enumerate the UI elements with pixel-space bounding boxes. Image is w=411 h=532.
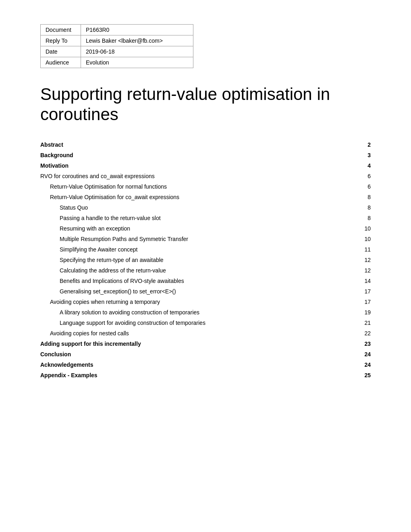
- toc-page-number: 24: [359, 351, 371, 357]
- toc-page-number: 17: [359, 299, 371, 305]
- main-title: Supporting return-value optimisation in …: [40, 84, 371, 125]
- doc-info-table: DocumentP1663R0Reply ToLewis Baker <lbak…: [40, 24, 193, 68]
- toc-label: Return-Value Optimisation for co_await e…: [40, 194, 359, 200]
- toc-item: Avoiding copies for nested calls22: [40, 328, 371, 339]
- toc-page-number: 2: [359, 141, 371, 148]
- toc-label: Avoiding copies for nested calls: [40, 330, 359, 337]
- toc-item: Benefits and Implications of RVO-style a…: [40, 276, 371, 286]
- toc-page-number: 11: [359, 246, 371, 253]
- toc-label: A library solution to avoiding construct…: [40, 309, 359, 316]
- toc-label: Passing a handle to the return-value slo…: [40, 215, 359, 221]
- toc-label: Motivation: [40, 162, 359, 169]
- toc-page-number: 8: [359, 194, 371, 200]
- toc-item: Passing a handle to the return-value slo…: [40, 213, 371, 223]
- toc-item: Language support for avoiding constructi…: [40, 318, 371, 328]
- toc-label: Generalising set_exception() to set_erro…: [40, 288, 359, 295]
- toc-item: Multiple Resumption Paths and Symmetric …: [40, 234, 371, 244]
- toc-item: Background3: [40, 150, 371, 160]
- toc-page-number: 6: [359, 183, 371, 190]
- toc-page-number: 17: [359, 288, 371, 295]
- toc-label: Abstract: [40, 141, 359, 148]
- toc-label: RVO for coroutines and co_await expressi…: [40, 173, 359, 179]
- doc-value: 2019-06-18: [81, 46, 193, 57]
- toc-label: Benefits and Implications of RVO-style a…: [40, 278, 359, 284]
- toc-label: Simplifying the Awaiter concept: [40, 246, 359, 253]
- toc-page-number: 24: [359, 362, 371, 368]
- toc-page-number: 12: [359, 267, 371, 274]
- doc-value: P1663R0: [81, 25, 193, 35]
- toc-label: Avoiding copies when returning a tempora…: [40, 299, 359, 305]
- toc-label: Multiple Resumption Paths and Symmetric …: [40, 236, 359, 242]
- toc-label: Acknowledgements: [40, 362, 359, 368]
- toc-page-number: 19: [359, 309, 371, 316]
- toc-label: Specifying the return-type of an awaitab…: [40, 257, 359, 263]
- toc-item: Avoiding copies when returning a tempora…: [40, 297, 371, 307]
- toc-item: Return-Value Optimisation for normal fun…: [40, 181, 371, 192]
- toc-label: Adding support for this incrementally: [40, 341, 359, 347]
- doc-value: Lewis Baker <lbaker@fb.com>: [81, 35, 193, 46]
- toc-page-number: 12: [359, 257, 371, 263]
- doc-label: Document: [41, 25, 81, 35]
- doc-value: Evolution: [81, 57, 193, 68]
- toc-page-number: 8: [359, 215, 371, 221]
- toc-page-number: 14: [359, 278, 371, 284]
- toc-item: Specifying the return-type of an awaitab…: [40, 255, 371, 265]
- toc-item: Conclusion24: [40, 349, 371, 360]
- toc-item: A library solution to avoiding construct…: [40, 307, 371, 318]
- toc-item: Appendix - Examples25: [40, 370, 371, 380]
- doc-label: Date: [41, 46, 81, 57]
- toc-item: Generalising set_exception() to set_erro…: [40, 286, 371, 297]
- toc-page-number: 8: [359, 204, 371, 211]
- toc-page-number: 21: [359, 320, 371, 326]
- toc-page-number: 22: [359, 330, 371, 337]
- toc-label: Background: [40, 152, 359, 158]
- toc-item: Adding support for this incrementally23: [40, 339, 371, 349]
- toc-item: Acknowledgements24: [40, 360, 371, 370]
- toc-page-number: 23: [359, 341, 371, 347]
- toc-page-number: 10: [359, 225, 371, 232]
- toc-item: Return-Value Optimisation for co_await e…: [40, 192, 371, 202]
- toc-page-number: 3: [359, 152, 371, 158]
- toc-page-number: 6: [359, 173, 371, 179]
- toc-item: Status Quo8: [40, 202, 371, 213]
- toc-page-number: 25: [359, 372, 371, 378]
- doc-label: Audience: [41, 57, 81, 68]
- toc-item: Calculating the address of the return-va…: [40, 265, 371, 276]
- toc-item: Resuming with an exception10: [40, 223, 371, 234]
- toc-page-number: 10: [359, 236, 371, 242]
- toc-label: Appendix - Examples: [40, 372, 359, 378]
- toc-label: Conclusion: [40, 351, 359, 357]
- toc-label: Language support for avoiding constructi…: [40, 320, 359, 326]
- toc-label: Status Quo: [40, 204, 359, 211]
- toc-item: RVO for coroutines and co_await expressi…: [40, 171, 371, 181]
- toc-item: Abstract2: [40, 139, 371, 150]
- toc-label: Resuming with an exception: [40, 225, 359, 232]
- page: DocumentP1663R0Reply ToLewis Baker <lbak…: [0, 0, 411, 405]
- toc-label: Calculating the address of the return-va…: [40, 267, 359, 274]
- toc-label: Return-Value Optimisation for normal fun…: [40, 183, 359, 190]
- doc-label: Reply To: [41, 35, 81, 46]
- toc-item: Motivation4: [40, 160, 371, 171]
- table-of-contents: Abstract2Background3Motivation4RVO for c…: [40, 139, 371, 380]
- toc-page-number: 4: [359, 162, 371, 169]
- toc-item: Simplifying the Awaiter concept11: [40, 244, 371, 255]
